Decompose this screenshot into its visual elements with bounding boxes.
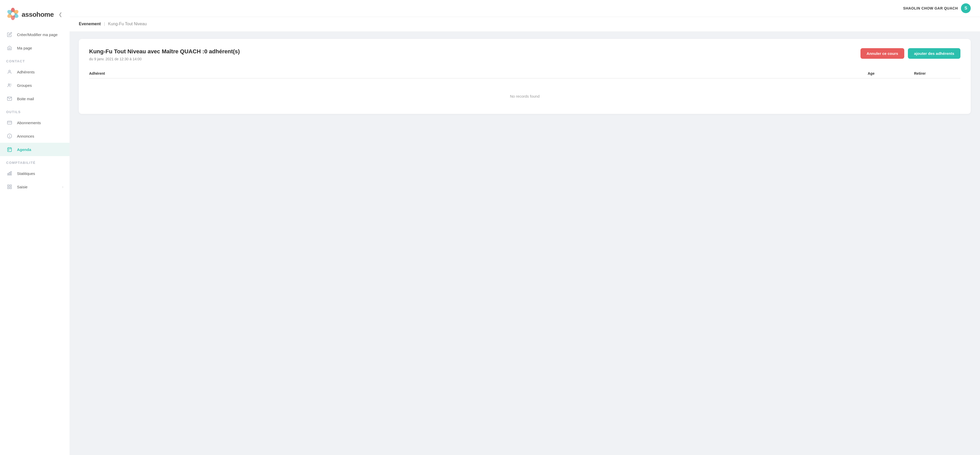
- card-actions: Annuler ce cours ajouter des adhérents: [861, 48, 961, 59]
- person-icon: [6, 68, 13, 75]
- logo-text: assohome: [22, 11, 54, 19]
- svg-rect-20: [8, 150, 9, 151]
- col-retirer: Retirer: [914, 72, 961, 75]
- sidebar-item-abonnements[interactable]: Abonnements: [0, 116, 70, 129]
- chart-icon: [6, 170, 13, 177]
- svg-point-8: [8, 84, 10, 85]
- svg-point-9: [10, 84, 11, 85]
- home-icon: [6, 45, 13, 51]
- sidebar-section-outils: OUTILS: [0, 105, 70, 116]
- user-info: SHAOLIN CHOW GAR QUACH S: [903, 3, 971, 13]
- logo-area: assohome ❮: [0, 0, 70, 28]
- username: SHAOLIN CHOW GAR QUACH: [903, 6, 958, 10]
- sidebar-item-ma-page[interactable]: Ma page: [0, 41, 70, 55]
- sidebar: assohome ❮ Créer/Modifier ma page Ma pag…: [0, 0, 70, 455]
- svg-rect-22: [9, 172, 10, 175]
- content-area: Evenement | Kung-Fu Tout Niveau Kung-Fu …: [70, 16, 980, 455]
- svg-point-7: [9, 70, 11, 72]
- calendar-icon: [6, 146, 13, 153]
- svg-rect-26: [8, 187, 9, 189]
- sidebar-item-create-page[interactable]: Créer/Modifier ma page: [0, 28, 70, 41]
- card-title: Kung-Fu Tout Niveau avec Maître QUACH :0…: [89, 48, 240, 55]
- svg-rect-16: [8, 148, 11, 151]
- sidebar-item-label: Ma page: [17, 46, 32, 50]
- card-icon: [6, 119, 13, 126]
- sidebar-item-label: Saisie: [17, 185, 27, 189]
- collapse-button[interactable]: ❮: [57, 11, 64, 18]
- edit-icon: [6, 31, 13, 38]
- svg-point-6: [11, 12, 15, 16]
- svg-rect-21: [8, 173, 8, 175]
- sidebar-item-statitiques[interactable]: Statitiques: [0, 167, 70, 180]
- svg-rect-11: [8, 121, 12, 124]
- svg-rect-25: [10, 185, 11, 186]
- col-age: Age: [868, 72, 914, 75]
- logo-icon: [6, 7, 19, 22]
- sidebar-item-label: Agenda: [17, 147, 31, 152]
- col-adherent: Adhérent: [89, 72, 868, 75]
- group-icon: [6, 82, 13, 89]
- card-subtitle: du 9 janv. 2021 de 12:30 à 14:00: [89, 57, 240, 61]
- add-adherents-button[interactable]: ajouter des adhérents: [908, 48, 961, 59]
- sidebar-item-adherents[interactable]: Adhérents: [0, 65, 70, 79]
- sidebar-item-label: Créer/Modifier ma page: [17, 32, 58, 37]
- card-header: Kung-Fu Tout Niveau avec Maître QUACH :0…: [89, 48, 961, 61]
- avatar[interactable]: S: [961, 3, 971, 13]
- breadcrumb-event-name: Kung-Fu Tout Niveau: [108, 22, 147, 26]
- mail-icon: [6, 95, 13, 102]
- event-card: Kung-Fu Tout Niveau avec Maître QUACH :0…: [79, 39, 971, 114]
- sidebar-item-annonces[interactable]: Annonces: [0, 129, 70, 143]
- card-title-area: Kung-Fu Tout Niveau avec Maître QUACH :0…: [89, 48, 240, 61]
- svg-point-15: [9, 137, 10, 137]
- sidebar-item-agenda[interactable]: Agenda: [0, 143, 70, 156]
- sidebar-item-label: Abonnements: [17, 121, 41, 125]
- sidebar-item-label: Boite mail: [17, 97, 34, 101]
- breadcrumb-evenement: Evenement: [79, 22, 101, 26]
- sidebar-item-label: Statitiques: [17, 171, 35, 176]
- breadcrumb-separator: |: [104, 22, 105, 26]
- sidebar-item-label: Adhérents: [17, 70, 35, 74]
- sidebar-item-groupes[interactable]: Groupes: [0, 79, 70, 92]
- svg-rect-24: [8, 185, 9, 186]
- grid-icon: [6, 183, 13, 190]
- breadcrumb: Evenement | Kung-Fu Tout Niveau: [70, 16, 980, 32]
- sidebar-item-label: Annonces: [17, 134, 34, 138]
- chevron-right-icon: ›: [62, 185, 64, 189]
- sidebar-item-label: Groupes: [17, 83, 32, 88]
- table-empty-message: No records found: [89, 82, 961, 105]
- sidebar-section-comptabilite: COMPTABILITÉ: [0, 156, 70, 167]
- sidebar-item-boite-mail[interactable]: Boite mail: [0, 92, 70, 105]
- main-area: SHAOLIN CHOW GAR QUACH S Evenement | Kun…: [70, 0, 980, 455]
- sidebar-section-contact: CONTACT: [0, 55, 70, 65]
- sidebar-item-saisie[interactable]: Saisie ›: [0, 180, 70, 194]
- topbar: SHAOLIN CHOW GAR QUACH S: [70, 0, 980, 16]
- alert-icon: [6, 133, 13, 139]
- svg-rect-27: [10, 187, 11, 189]
- svg-rect-23: [11, 172, 11, 175]
- cancel-course-button[interactable]: Annuler ce cours: [861, 48, 905, 59]
- table-header: Adhérent Age Retirer: [89, 69, 961, 79]
